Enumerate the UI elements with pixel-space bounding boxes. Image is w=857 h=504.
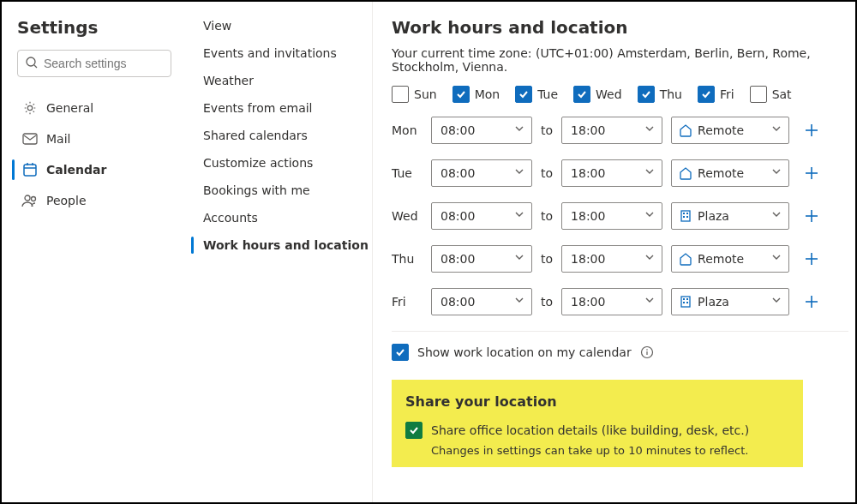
category-people[interactable]: People [17, 185, 176, 216]
share-location-section: Share your location Share office locatio… [392, 380, 803, 467]
subcategory-item[interactable]: View [186, 12, 372, 39]
end-time-dropdown[interactable]: 18:00 [561, 117, 662, 144]
subcategory-item[interactable]: Work hours and location [186, 231, 372, 259]
svg-rect-15 [683, 213, 685, 214]
share-location-checkbox[interactable] [405, 422, 423, 439]
category-calendar[interactable]: Calendar [17, 154, 176, 185]
svg-rect-16 [686, 213, 688, 214]
day-label: Thu [660, 87, 682, 101]
add-slot-button[interactable] [798, 117, 825, 144]
add-slot-button[interactable] [798, 288, 825, 315]
day-label: Fri [720, 87, 734, 101]
page-title: Work hours and location [392, 17, 848, 38]
checkbox[interactable] [573, 86, 590, 103]
checkbox[interactable] [750, 86, 767, 103]
subcategory-item[interactable]: Events and invitations [186, 39, 372, 67]
search-input[interactable] [17, 50, 171, 77]
add-slot-button[interactable] [798, 202, 825, 230]
end-time-dropdown[interactable]: 18:00 [561, 159, 662, 187]
location-value: Remote [698, 252, 744, 266]
day-label: Wed [596, 87, 622, 101]
location-value: Plaza [698, 295, 729, 309]
start-time-dropdown[interactable]: 08:00 [431, 202, 532, 230]
day-toggle[interactable]: Wed [573, 86, 622, 103]
subcategory-item[interactable]: Events from email [186, 94, 372, 122]
location-value: Remote [698, 166, 744, 180]
start-time-dropdown[interactable]: 08:00 [431, 245, 532, 273]
location-dropdown[interactable]: Plaza [671, 288, 789, 315]
to-label: to [541, 209, 553, 223]
work-hours-row: Thu 08:00 to 18:00 Remote [392, 245, 848, 273]
day-label: Mon [475, 87, 500, 101]
location-dropdown[interactable]: Remote [671, 159, 789, 187]
settings-heading: Settings [17, 17, 176, 38]
subcategory-item[interactable]: Weather [186, 67, 372, 94]
end-time-value: 18:00 [571, 123, 605, 137]
day-toggle[interactable]: Thu [638, 86, 682, 103]
add-slot-button[interactable] [798, 159, 825, 187]
svg-rect-27 [686, 302, 688, 303]
chevron-down-icon [644, 209, 655, 219]
day-toggle[interactable]: Tue [515, 86, 558, 103]
day-toggle[interactable]: Fri [698, 86, 734, 103]
day-toggle[interactable]: Mon [452, 86, 500, 103]
building-icon [679, 209, 692, 223]
svg-point-2 [27, 105, 32, 110]
start-time-dropdown[interactable]: 08:00 [431, 117, 532, 144]
chevron-down-icon [771, 252, 782, 262]
start-time-dropdown[interactable]: 08:00 [431, 159, 532, 187]
category-mail[interactable]: Mail [17, 123, 176, 154]
svg-rect-4 [24, 165, 36, 176]
chevron-down-icon [771, 166, 782, 177]
category-general[interactable]: General [17, 93, 176, 123]
show-location-label: Show work location on my calendar [417, 345, 632, 359]
day-name: Wed [392, 209, 423, 223]
info-icon[interactable] [640, 345, 654, 359]
chevron-down-icon [771, 123, 782, 134]
subcategory-item[interactable]: Accounts [186, 204, 372, 231]
svg-point-32 [646, 349, 648, 351]
location-value: Plaza [698, 209, 729, 223]
category-label: Calendar [46, 163, 106, 177]
chevron-down-icon [514, 123, 524, 134]
checkbox[interactable] [452, 86, 470, 103]
svg-rect-3 [23, 134, 37, 144]
search-icon [25, 56, 39, 69]
subcategory-item[interactable]: Bookings with me [186, 177, 372, 204]
people-icon [21, 194, 39, 207]
work-hours-row: Fri 08:00 to 18:00 Plaza [392, 288, 848, 315]
svg-rect-17 [683, 216, 685, 218]
share-heading: Share your location [405, 393, 789, 410]
to-label: to [541, 295, 553, 309]
checkbox[interactable] [392, 86, 409, 103]
to-label: to [541, 166, 553, 180]
day-label: Sun [414, 87, 437, 101]
home-icon [679, 252, 692, 266]
svg-rect-26 [683, 302, 685, 303]
start-time-dropdown[interactable]: 08:00 [431, 288, 532, 315]
day-toggle[interactable]: Sun [392, 86, 437, 103]
checkbox[interactable] [638, 86, 655, 103]
end-time-dropdown[interactable]: 18:00 [561, 288, 662, 315]
end-time-dropdown[interactable]: 18:00 [561, 202, 662, 230]
location-dropdown[interactable]: Plaza [671, 202, 789, 230]
add-slot-button[interactable] [798, 245, 825, 273]
checkbox[interactable] [515, 86, 532, 103]
location-dropdown[interactable]: Remote [671, 117, 789, 144]
checkbox[interactable] [698, 86, 715, 103]
show-location-checkbox[interactable] [392, 344, 409, 361]
location-dropdown[interactable]: Remote [671, 245, 789, 273]
search-settings[interactable] [17, 50, 176, 77]
day-toggle[interactable]: Sat [750, 86, 792, 103]
work-hours-row: Mon 08:00 to 18:00 Remote [392, 117, 848, 144]
end-time-dropdown[interactable]: 18:00 [561, 245, 662, 273]
building-icon [679, 295, 692, 309]
subcategory-item[interactable]: Shared calendars [186, 122, 372, 149]
start-time-value: 08:00 [440, 123, 475, 137]
end-time-value: 18:00 [571, 209, 605, 223]
timezone-line: Your current time zone: (UTC+01:00) Amst… [392, 46, 848, 74]
day-name: Mon [392, 123, 423, 137]
home-icon [679, 123, 692, 137]
svg-point-0 [27, 57, 35, 66]
subcategory-item[interactable]: Customize actions [186, 149, 372, 177]
